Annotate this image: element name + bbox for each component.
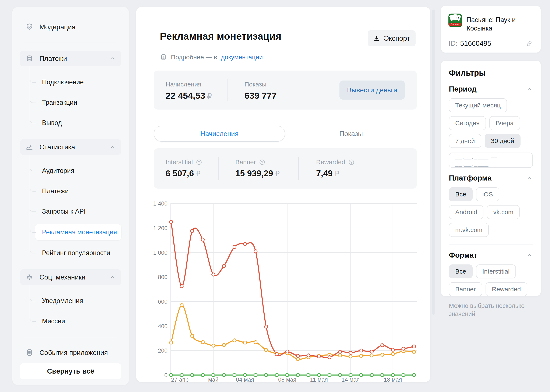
svg-text:18 мая: 18 мая (384, 377, 402, 382)
chevron-up-icon (526, 175, 533, 181)
withdraw-button[interactable]: Вывести деньги (339, 81, 405, 100)
export-button[interactable]: Экспорт (368, 30, 415, 46)
data-point (191, 230, 194, 233)
chevron-up-icon (526, 252, 533, 259)
filter-chip[interactable]: Все (449, 265, 473, 278)
download-icon (373, 35, 380, 42)
link-icon[interactable] (525, 40, 533, 47)
filter-chip[interactable]: m.vk.com (449, 223, 489, 237)
tab-impressions[interactable]: Показы (285, 126, 417, 142)
filter-chip[interactable]: Вчера (489, 116, 520, 130)
data-point (286, 374, 289, 377)
data-point (243, 242, 247, 245)
sidebar-subitem-label: Рекламная монетизация (42, 228, 117, 236)
ad-monetization-panel: Рекламная монетизация Экспорт Подробнее … (136, 7, 430, 382)
filter-chip[interactable]: iOS (476, 187, 499, 201)
page-title: Рекламная монетизация (160, 30, 281, 42)
sidebar-subitem-label: Аудитория (42, 167, 74, 175)
filters-hint: Можно выбрать несколько значений (449, 302, 536, 318)
impressions-value: 639 777 (244, 91, 277, 101)
format-stat-label: Rewarded (316, 159, 345, 166)
tab-impressions-label: Показы (339, 130, 363, 138)
sidebar-item-app-events[interactable]: События приложения (20, 345, 121, 360)
filter-chip[interactable]: Все (449, 187, 473, 201)
data-point (391, 352, 394, 356)
filter-chip[interactable]: Сегодня (449, 116, 486, 130)
collapse-all-button[interactable]: Свернуть всё (20, 363, 121, 379)
filter-chip[interactable]: 7 дней (449, 134, 481, 148)
filter-chip[interactable]: Rewarded (486, 282, 527, 296)
data-point (349, 351, 352, 355)
sidebar-item-payments[interactable]: Платежи (20, 51, 121, 66)
docs-prefix: Подробнее — в (171, 54, 217, 61)
filter-chip[interactable]: vk.com (487, 205, 520, 219)
sidebar-subitem-withdrawal[interactable]: Вывод (20, 115, 121, 131)
sidebar-item-social-mechanics[interactable]: Соц. механики (20, 269, 121, 285)
data-point (328, 356, 331, 359)
sidebar-item-label: Модерация (39, 23, 75, 31)
data-point (212, 344, 215, 347)
data-point (170, 341, 173, 344)
data-point (412, 345, 415, 348)
filter-chip[interactable]: Текущий месяц (449, 98, 507, 112)
divider (227, 79, 228, 101)
chevron-up-icon (109, 55, 116, 62)
data-point (402, 347, 405, 350)
app-info-card: ♠ Пасьянс Пасьянс: Паук и Косынка ID: 51… (441, 6, 541, 53)
data-point (412, 350, 415, 353)
filter-chip[interactable]: Interstitial (476, 265, 516, 278)
data-point (307, 374, 310, 377)
filter-chip[interactable]: Banner (449, 282, 482, 296)
data-point (338, 374, 342, 377)
sidebar-item-label: Статистика (39, 143, 75, 151)
sidebar-subitem-label: Уведомления (42, 297, 83, 305)
help-icon (196, 159, 202, 166)
docs-link[interactable]: документации (221, 54, 263, 61)
impressions-label: Показы (244, 81, 277, 88)
data-point (201, 341, 204, 344)
svg-text:1 000: 1 000 (153, 250, 167, 256)
date-range-input[interactable]: __.__.____ — __.__.____ (449, 153, 533, 168)
svg-text:11 мая: 11 мая (310, 377, 328, 382)
data-point (370, 350, 373, 353)
data-point (222, 343, 226, 347)
data-point (296, 374, 299, 377)
sidebar-subitem-ad-monetization[interactable]: Рекламная монетизация (35, 224, 121, 240)
svg-text:27 апр: 27 апр (171, 377, 188, 382)
data-point (349, 355, 352, 358)
data-point (170, 220, 173, 223)
sidebar-subitem-popularity-rating[interactable]: Рейтинг популярности (20, 245, 121, 261)
sidebar-item-label: Платежи (39, 55, 67, 63)
app-icon-label: Пасьянс (449, 23, 461, 26)
svg-text:08 мая: 08 мая (278, 377, 296, 382)
sidebar-item-moderation[interactable]: Модерация (20, 19, 121, 35)
tab-accruals[interactable]: Начисления (154, 126, 285, 142)
svg-text:май: май (208, 377, 219, 382)
help-icon (259, 159, 265, 166)
filters-title: Фильтры (449, 69, 533, 77)
divider (218, 157, 219, 180)
scrollbar[interactable] (432, 10, 435, 315)
data-point (381, 344, 384, 347)
data-point (360, 354, 363, 357)
data-point (275, 353, 279, 356)
data-point (233, 245, 236, 249)
chevron-up-icon (526, 86, 533, 92)
sidebar-divider (25, 42, 116, 43)
data-point (264, 348, 268, 351)
data-point (254, 374, 257, 377)
filter-chip[interactable]: Android (449, 205, 483, 219)
data-point (254, 250, 257, 253)
svg-text:1 400: 1 400 (153, 200, 167, 207)
format-stat-value: 6 507,6 (166, 169, 194, 178)
currency-sign: ₽ (335, 169, 339, 178)
series-line-interstitial (171, 305, 414, 359)
filter-chip[interactable]: 30 дней (485, 134, 521, 148)
sidebar: МодерацияПлатежиПодключениеТранзакцииВыв… (12, 7, 129, 385)
monetization-line-chart: 02004006008001 0001 2001 40027 апрмай04 … (136, 193, 430, 382)
filter-section-title: Период (449, 85, 477, 93)
sidebar-subitem-label: Вывод (42, 119, 62, 127)
currency-sign: ₽ (275, 169, 280, 178)
sidebar-item-statistics[interactable]: Статистика (20, 139, 121, 155)
sidebar-subitem-missions[interactable]: Миссии (20, 314, 121, 329)
